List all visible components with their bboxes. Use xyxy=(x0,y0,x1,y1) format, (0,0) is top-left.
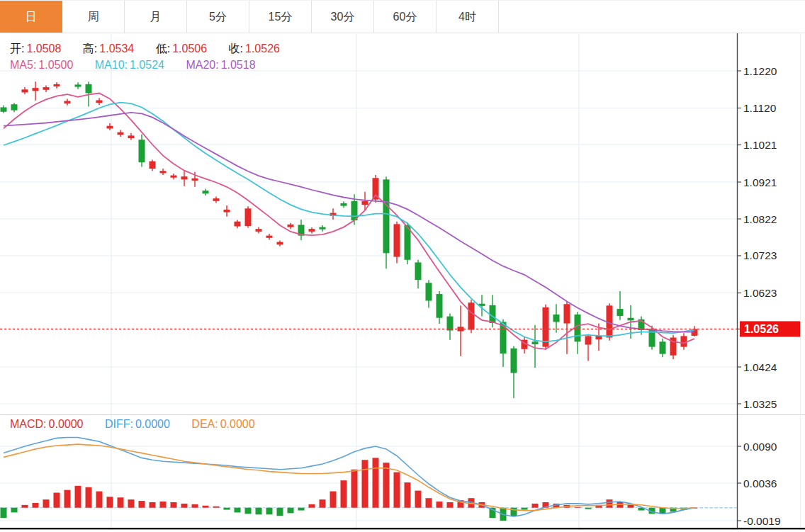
macd-axis-labels: 0.00900.0036-0.0019 xyxy=(737,441,781,527)
price-axis-labels: 1.12201.11201.10211.09211.08221.07231.06… xyxy=(737,65,777,410)
tab-week[interactable]: 周 xyxy=(62,1,125,33)
period-tabbar: 日 周 月 5分 15分 30分 60分 4时 xyxy=(0,0,805,33)
svg-text:1.1120: 1.1120 xyxy=(743,102,777,114)
gridlines xyxy=(0,34,737,528)
svg-text:-0.0019: -0.0019 xyxy=(743,515,781,527)
svg-text:0.0090: 0.0090 xyxy=(743,441,777,453)
svg-text:0.0036: 0.0036 xyxy=(743,477,777,489)
svg-text:1.0723: 1.0723 xyxy=(743,249,777,261)
ma5-line xyxy=(4,94,694,349)
macd-histogram xyxy=(1,458,698,521)
svg-text:1.1021: 1.1021 xyxy=(743,139,777,151)
svg-text:1.0623: 1.0623 xyxy=(743,287,777,299)
tab-30min[interactable]: 30分 xyxy=(312,1,374,33)
svg-text:1.0526: 1.0526 xyxy=(744,323,779,335)
current-price-tag: 1.0526 xyxy=(737,321,800,336)
svg-text:1.0325: 1.0325 xyxy=(743,398,777,410)
tab-day[interactable]: 日 xyxy=(0,1,62,33)
tab-4hour[interactable]: 4时 xyxy=(437,1,499,33)
tab-15min[interactable]: 15分 xyxy=(249,1,312,33)
ma10-line xyxy=(4,103,694,342)
chart-area[interactable]: 1.12201.11201.10211.09211.08221.07231.06… xyxy=(0,0,805,532)
svg-text:1.0424: 1.0424 xyxy=(743,361,777,373)
tab-5min[interactable]: 5分 xyxy=(187,1,249,33)
tab-month[interactable]: 月 xyxy=(125,1,187,33)
ma20-line xyxy=(4,113,694,332)
tab-60min[interactable]: 60分 xyxy=(374,1,437,33)
svg-text:1.1220: 1.1220 xyxy=(743,65,777,77)
svg-text:1.0921: 1.0921 xyxy=(743,176,777,188)
candles-layer xyxy=(1,81,698,398)
svg-text:1.0822: 1.0822 xyxy=(743,213,777,225)
